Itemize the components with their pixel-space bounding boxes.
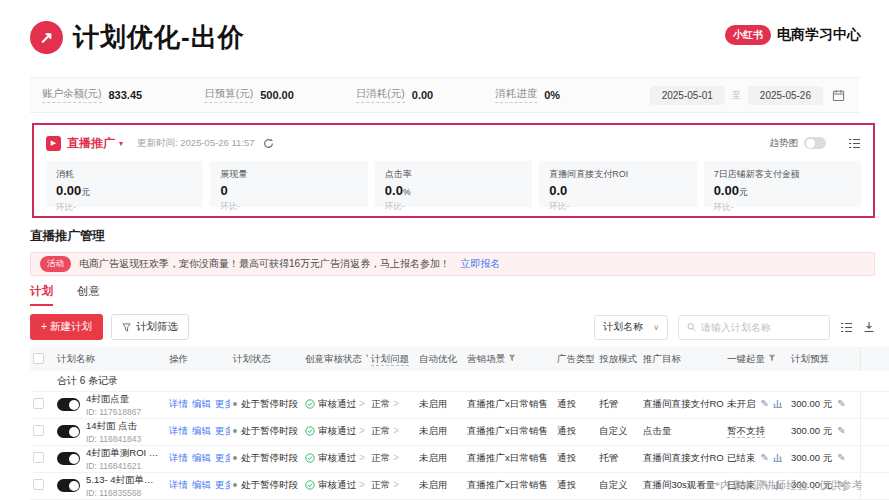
ad-type: 通投 [557, 398, 576, 409]
tab-creative[interactable]: 创意 [77, 284, 100, 306]
search-icon [687, 322, 696, 332]
delivery-mode: 托管 [599, 452, 618, 463]
col-ad-type: 广告类型 [554, 347, 596, 371]
edit-budget-icon[interactable]: ✎ [837, 452, 845, 463]
table-row: 4封面点量 ID: 117618867 详情编辑更多 处于暂停时段 审核通过> … [30, 391, 889, 418]
edit-link[interactable]: 编辑 [192, 452, 211, 463]
metric-compare: 环比- [549, 201, 686, 213]
edit-budget-icon[interactable]: ✎ [837, 398, 845, 409]
plan-name: 4封面单测ROI 基础+家居 [86, 447, 163, 460]
audit-status: 审核通过 [318, 398, 356, 409]
row-checkbox[interactable] [33, 425, 44, 436]
edit-boost-icon[interactable]: ✎ [761, 452, 769, 463]
edit-budget-icon[interactable]: ✎ [837, 425, 845, 436]
delivery-mode: 自定义 [599, 425, 628, 436]
plan-search-input[interactable] [701, 322, 821, 333]
plan-enabled-toggle[interactable] [57, 479, 80, 492]
new-plan-button[interactable]: + 新建计划 [30, 314, 103, 340]
edit-link[interactable]: 编辑 [192, 425, 211, 436]
metric-card-spend: 消耗 0.00元 环比- [46, 161, 203, 207]
detail-link[interactable]: 详情 [169, 479, 188, 490]
more-link[interactable]: 更多 [215, 452, 230, 463]
plan-enabled-toggle[interactable] [57, 425, 80, 438]
edit-boost-icon[interactable]: ✎ [761, 398, 769, 409]
play-glyph: ▶ [51, 139, 56, 147]
date-end-input[interactable]: 2025-05-26 [748, 86, 823, 105]
metric-value: 0.00 [56, 183, 81, 198]
download-icon[interactable] [863, 321, 875, 333]
metric-card-roi: 直播间直接支付ROI 0.0 环比- [539, 161, 696, 207]
plan-search-box [678, 315, 830, 340]
col-one-key-boost: 一键起量 [724, 347, 788, 371]
detail-link[interactable]: 详情 [169, 425, 188, 436]
chevron-right-icon[interactable]: > [359, 452, 365, 463]
metric-value: 0.0 [549, 183, 567, 198]
metric-unit: % [403, 187, 411, 197]
chevron-right-icon[interactable]: > [393, 452, 399, 463]
chevron-right-icon[interactable]: > [359, 479, 365, 490]
channel-select[interactable]: 直播推广 [67, 135, 115, 152]
marketing-scene: 直播推广x日常销售 [467, 479, 548, 490]
status-dot [233, 402, 237, 406]
more-link[interactable]: 更多 [215, 398, 230, 409]
chevron-right-icon[interactable]: > [359, 425, 365, 436]
metric-compare: 环比- [385, 201, 522, 213]
edit-link[interactable]: 编辑 [192, 398, 211, 409]
more-link[interactable]: 更多 [215, 425, 230, 436]
metric-compare: 环比- [220, 201, 357, 213]
summary-row: 合计 6 条记录 [30, 371, 889, 391]
promo-goal: 点击量 [643, 425, 672, 436]
metric-cards: 消耗 0.00元 环比- 展现量 0 环比- 点击率 0.0% 环比- 直播间直… [46, 161, 861, 207]
management-section: 直播推广管理 活动 电商广告返现狂欢季，宠你没商量！最高可获得16万元广告消返券… [30, 228, 889, 500]
plan-status: 处于暂停时段 [241, 452, 298, 463]
filter-icon[interactable] [508, 354, 516, 362]
caret-down-icon[interactable]: ▾ [119, 139, 123, 148]
select-all-checkbox[interactable] [33, 353, 44, 364]
detail-link[interactable]: 详情 [169, 398, 188, 409]
chevron-right-icon[interactable]: > [359, 398, 365, 409]
column-settings-icon[interactable] [840, 322, 853, 333]
col-operations: 操作 [166, 347, 230, 371]
refresh-icon[interactable] [263, 138, 274, 149]
tab-bar: 计划 创意 [30, 284, 889, 306]
search-field-select[interactable]: 计划名称 ∨ [594, 315, 668, 340]
live-promotion-overview-panel: ▶ 直播推广 ▾ 更新时间: 2025-05-26 11:57 趋势图 消耗 0… [32, 123, 875, 218]
table-row: 14封面 点击 ID: 116841843 详情编辑更多 处于暂停时段 审核通过… [30, 418, 889, 445]
date-start-input[interactable]: 2025-05-01 [650, 86, 725, 105]
auto-optimize: 未启用 [419, 425, 448, 436]
plan-problem: 正常 [371, 425, 390, 436]
plan-toolbar: + 新建计划 计划筛选 计划名称 ∨ [30, 314, 875, 340]
row-checkbox[interactable] [33, 452, 44, 463]
calendar-icon[interactable] [830, 87, 847, 104]
page-header: ↗ 计划优化-出价 小红书 电商学习中心 [0, 0, 889, 55]
chevron-right-icon[interactable]: > [393, 425, 399, 436]
metric-compare: 环比- [56, 202, 193, 214]
filter-icon[interactable] [365, 354, 368, 362]
metric-value: 0 [220, 183, 227, 198]
brand-logo: 小红书 电商学习中心 [725, 25, 861, 45]
boost-trend-icon[interactable] [773, 398, 783, 408]
plan-enabled-toggle[interactable] [57, 452, 80, 465]
trend-arrow-icon: ↗ [30, 21, 63, 54]
filter-icon[interactable] [768, 354, 776, 362]
daily-budget-value: 500.00 [260, 89, 294, 101]
row-checkbox[interactable] [33, 479, 44, 490]
tab-plan[interactable]: 计划 [30, 284, 53, 306]
metric-card-new-customer-pay: 7日店铺新客支付金额 0.00元 环比- [704, 161, 861, 207]
search-field-label: 计划名称 [603, 320, 643, 334]
plan-id: ID: 116835568 [86, 488, 163, 498]
plan-filter-button[interactable]: 计划筛选 [111, 314, 189, 340]
plan-enabled-toggle[interactable] [57, 398, 80, 411]
chevron-right-icon[interactable]: > [393, 398, 399, 409]
auto-optimize: 未启用 [419, 479, 448, 490]
metric-columns-icon[interactable] [848, 138, 861, 149]
trend-chart-toggle[interactable] [804, 137, 826, 149]
edit-link[interactable]: 编辑 [192, 479, 211, 490]
plan-id: ID: 116841843 [86, 434, 141, 444]
chevron-right-icon[interactable]: > [393, 479, 399, 490]
signup-link[interactable]: 立即报名 [460, 257, 500, 271]
detail-link[interactable]: 详情 [169, 452, 188, 463]
boost-trend-icon[interactable] [773, 452, 783, 462]
row-checkbox[interactable] [33, 398, 44, 409]
more-link[interactable]: 更多 [215, 479, 230, 490]
